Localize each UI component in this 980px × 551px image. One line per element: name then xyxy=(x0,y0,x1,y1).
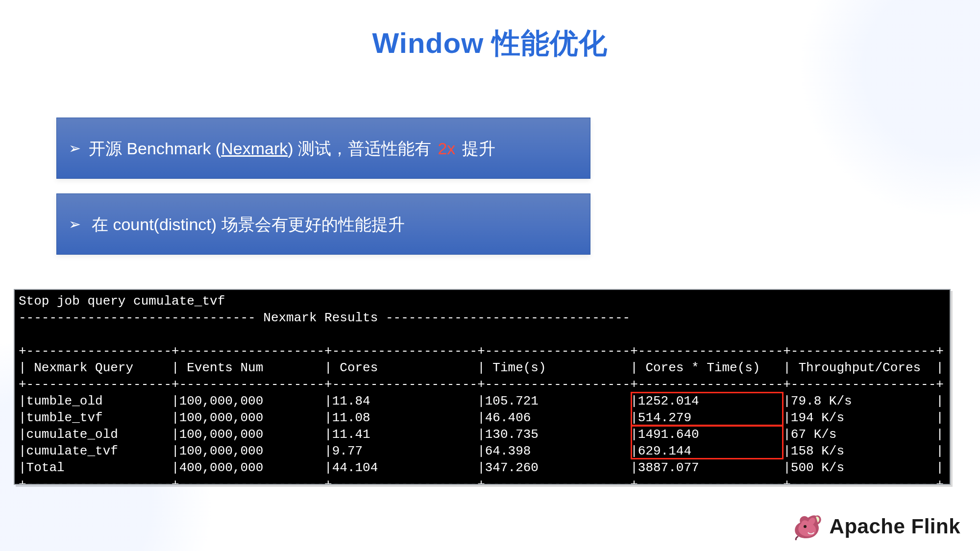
page-title: Window 性能优化 xyxy=(0,24,980,63)
brand-label: Apache Flink xyxy=(830,515,960,538)
callout-benchmark: ➢ 开源 Benchmark (Nexmark) 测试，普适性能有 2x 提升 xyxy=(56,118,590,179)
callout-distinct: ➢ 在 count(distinct) 场景会有更好的性能提升 xyxy=(56,193,590,255)
emphasis-2x: 2x xyxy=(436,139,457,158)
chevron-right-icon: ➢ xyxy=(69,141,81,156)
callout-text: 开源 Benchmark (Nexmark) 测试，普适性能有 2x 提升 xyxy=(89,140,495,157)
terminal-panel: Stop job query cumulate_tvf ------------… xyxy=(14,289,951,485)
text: 开源 Benchmark ( xyxy=(89,139,221,158)
svg-point-0 xyxy=(804,525,807,528)
footer-brand: Apache Flink xyxy=(791,513,960,540)
flink-squirrel-icon xyxy=(791,513,823,540)
callout-text: 在 count(distinct) 场景会有更好的性能提升 xyxy=(92,216,405,233)
text: 提升 xyxy=(457,139,495,158)
terminal-output: Stop job query cumulate_tvf ------------… xyxy=(15,290,950,485)
text: ) 测试，普适性能有 xyxy=(288,139,436,158)
chevron-right-icon: ➢ xyxy=(69,217,81,232)
nexmark-link[interactable]: Nexmark xyxy=(221,139,288,158)
